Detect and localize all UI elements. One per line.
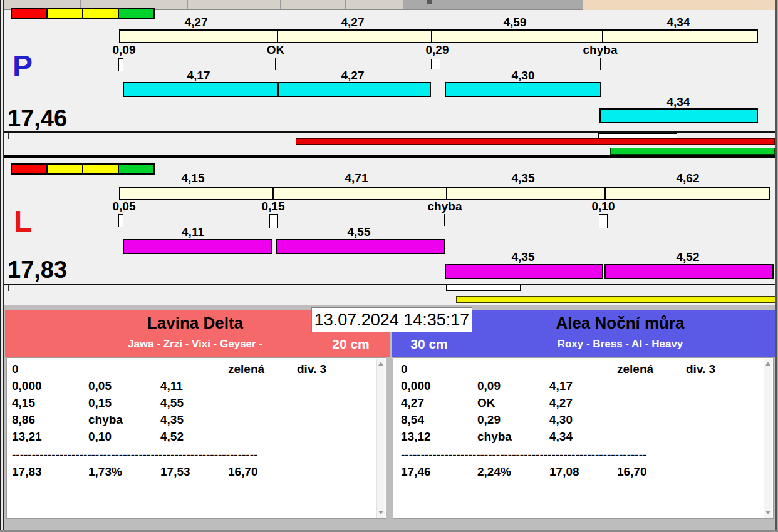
team-right-name: Alea Noční můra xyxy=(467,314,774,333)
run-split-label: 4,35 xyxy=(512,252,535,263)
ref-split-label: 4,71 xyxy=(345,173,368,184)
run-split-label: 4,17 xyxy=(187,70,210,81)
team-right-log-area[interactable]: 0zelenádiv. 3 0,0000,094,17 4,27OK4,27 8… xyxy=(393,357,774,519)
status-legend-p xyxy=(11,8,155,19)
team-right-category: 30 cm xyxy=(392,337,467,352)
run-split-label: 4,52 xyxy=(677,252,700,263)
tick-small xyxy=(8,133,9,139)
timestamp-box: 13.07.2024 14:35:17 xyxy=(311,307,472,332)
legend-green-cell xyxy=(118,8,155,19)
lane-letter-l: L xyxy=(14,207,32,237)
ref-split-label: 4,27 xyxy=(341,17,365,28)
team-right-members: Roxy - Bress - Al - Heavy xyxy=(467,338,774,350)
log-row: 4,150,154,55 xyxy=(12,396,375,411)
scale-divider xyxy=(431,30,432,43)
legend-yellow-cell xyxy=(46,8,83,19)
status-legend-l xyxy=(11,163,155,175)
scroll-down-icon[interactable] xyxy=(765,511,770,514)
marker-label: 0,09 xyxy=(113,44,136,56)
marker-tick xyxy=(600,58,601,70)
timestamp-text: 13.07.2024 14:35:17 xyxy=(314,310,470,330)
ref-split-label: 4,35 xyxy=(512,173,535,184)
run-split-label: 4,27 xyxy=(341,70,365,81)
legend-yellow-cell xyxy=(82,163,119,175)
log-separator: ----------------------------------------… xyxy=(401,448,694,463)
run-split-bar-p xyxy=(123,82,431,97)
scroll-up-icon[interactable] xyxy=(765,362,770,366)
legend-red-cell xyxy=(11,8,48,19)
log-row: 0zelenádiv. 3 xyxy=(401,362,762,377)
log-row: 0zelenádiv. 3 xyxy=(12,362,375,377)
panel-divider-line xyxy=(4,284,775,285)
lane-total-time-p: 17,46 xyxy=(8,106,67,130)
log-row: 4,27OK4,27 xyxy=(401,396,762,411)
overflow-outline-bar-l xyxy=(446,285,521,291)
run-split-bar-p xyxy=(599,108,758,123)
marker-label: OK xyxy=(267,44,285,56)
legend-red-cell xyxy=(11,163,48,175)
scrollbar[interactable] xyxy=(376,359,385,518)
ref-split-label: 4,59 xyxy=(504,17,527,28)
log-row: 0,0000,054,11 xyxy=(12,379,375,394)
marker-label: 0,10 xyxy=(592,201,615,212)
log-separator: ----------------------------------------… xyxy=(12,448,305,463)
overflow-green-bar-p xyxy=(610,148,775,155)
ref-split-label: 4,27 xyxy=(185,17,208,28)
log-row: 13,12chyba4,34 xyxy=(401,429,762,444)
marker-tick xyxy=(118,58,123,71)
scroll-down-icon[interactable] xyxy=(378,511,383,514)
log-row: 0,0000,094,17 xyxy=(401,379,762,394)
scrollbar[interactable] xyxy=(764,359,772,518)
taskbar-separator xyxy=(280,0,281,9)
marker-tick xyxy=(444,214,445,226)
panel-divider-line xyxy=(4,131,775,133)
run-split-label: 4,30 xyxy=(512,70,535,81)
tick-small xyxy=(8,285,9,291)
marker-label: 0,29 xyxy=(426,44,449,56)
log-row: 13,210,104,52 xyxy=(12,429,375,444)
taskbar-peach-segment xyxy=(583,0,778,10)
timing-app-window: 4,27 4,27 4,59 4,34 0,09 OK 0,29 chyba 4… xyxy=(0,0,778,532)
team-left-log-area[interactable]: 0zelenádiv. 3 0,0000,054,11 4,150,154,55… xyxy=(6,357,386,519)
run-split-bar-l xyxy=(445,264,603,279)
marker-tick xyxy=(118,214,123,227)
taskbar-separator xyxy=(345,0,346,9)
log-row: 8,86chyba4,35 xyxy=(12,412,375,427)
team-left-category: 20 cm xyxy=(316,337,385,352)
ref-split-label: 4,15 xyxy=(182,173,205,184)
ref-split-label: 4,62 xyxy=(677,173,700,184)
marker-label: 0,15 xyxy=(262,201,285,212)
marker-label: 0,05 xyxy=(113,201,136,212)
scale-divider xyxy=(604,187,606,200)
marker-label: chyba xyxy=(583,44,618,56)
overflow-yellow-bar-l xyxy=(456,296,775,303)
lane-separator-bar xyxy=(4,155,775,158)
reference-scale-bar-l xyxy=(119,187,770,200)
legend-yellow-cell xyxy=(46,163,83,175)
run-split-bar-l xyxy=(604,264,774,279)
legend-green-cell xyxy=(118,163,155,175)
marker-label: chyba xyxy=(428,201,462,212)
scroll-up-icon[interactable] xyxy=(378,362,383,366)
marker-tick xyxy=(431,59,440,69)
run-split-label: 4,11 xyxy=(182,227,204,238)
scale-divider xyxy=(446,187,447,200)
run-split-bar-l xyxy=(276,239,445,254)
scale-divider xyxy=(277,30,278,43)
split-divider xyxy=(277,83,279,96)
lane-letter-p: P xyxy=(13,51,33,81)
ref-split-label: 4,34 xyxy=(667,17,690,28)
log-totals-row: 17,831,73%17,5316,70 xyxy=(12,464,375,479)
scale-divider xyxy=(602,30,603,43)
window-frame-left xyxy=(3,0,4,532)
marker-tick xyxy=(275,58,276,70)
taskbar-separator xyxy=(187,0,188,9)
legend-yellow-cell xyxy=(82,8,119,19)
log-row: 8,540,294,30 xyxy=(401,412,762,427)
run-split-label: 4,55 xyxy=(348,227,371,238)
run-split-bar-p xyxy=(445,82,601,97)
scale-divider xyxy=(272,187,274,200)
lane-total-time-l: 17,83 xyxy=(8,258,67,282)
run-split-label: 4,34 xyxy=(667,96,690,108)
marker-tick xyxy=(269,214,278,228)
